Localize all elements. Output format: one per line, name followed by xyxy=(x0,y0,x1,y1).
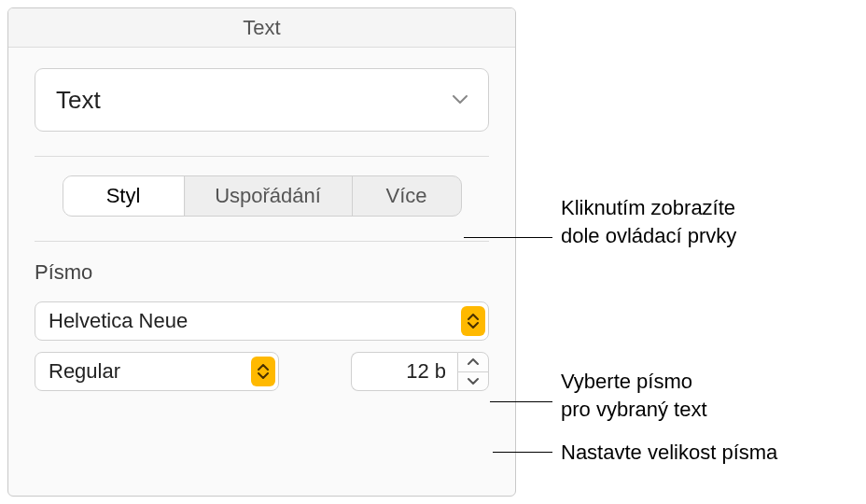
paragraph-style-popup[interactable]: Text xyxy=(35,68,489,132)
divider xyxy=(35,156,489,157)
format-tabs: Styl Uspořádání Více xyxy=(63,175,462,217)
callout-font-family: Vyberte písmo pro vybraný text xyxy=(561,368,707,424)
font-family-popup[interactable]: Helvetica Neue xyxy=(35,301,489,341)
updown-arrows-icon xyxy=(461,306,485,336)
font-style-popup[interactable]: Regular xyxy=(35,352,279,391)
font-size-group: 12 b xyxy=(351,352,489,391)
font-size-value: 12 b xyxy=(406,359,446,384)
tab-layout[interactable]: Uspořádání xyxy=(185,176,353,216)
callout-lead xyxy=(490,401,552,402)
callout-tabs: Kliknutím zobrazíte dole ovládací prvky xyxy=(561,194,736,250)
text-format-panel: Text Text Styl Uspořádání Více Písmo Hel… xyxy=(7,7,516,497)
updown-arrows-icon xyxy=(251,357,275,386)
paragraph-style-value: Text xyxy=(56,86,101,115)
divider xyxy=(35,241,489,242)
font-size-stepper xyxy=(457,352,489,391)
chevron-down-icon xyxy=(453,92,468,107)
font-size-step-down[interactable] xyxy=(458,372,488,391)
tab-layout-label: Uspořádání xyxy=(215,184,321,208)
callout-lead xyxy=(464,237,552,238)
callout-font-size: Nastavte velikost písma xyxy=(561,439,777,467)
tab-style[interactable]: Styl xyxy=(63,176,185,216)
callout-lead xyxy=(493,452,552,453)
tab-more[interactable]: Více xyxy=(353,176,461,216)
tab-more-label: Více xyxy=(385,184,426,208)
font-size-field[interactable]: 12 b xyxy=(351,352,457,391)
panel-title: Text xyxy=(8,8,515,48)
font-family-value: Helvetica Neue xyxy=(49,309,188,333)
font-size-step-up[interactable] xyxy=(458,353,488,372)
panel-body: Text Styl Uspořádání Více Písmo Helvetic… xyxy=(8,48,515,391)
font-style-value: Regular xyxy=(49,359,120,384)
font-section-label: Písmo xyxy=(35,260,489,285)
tab-style-label: Styl xyxy=(106,184,141,208)
